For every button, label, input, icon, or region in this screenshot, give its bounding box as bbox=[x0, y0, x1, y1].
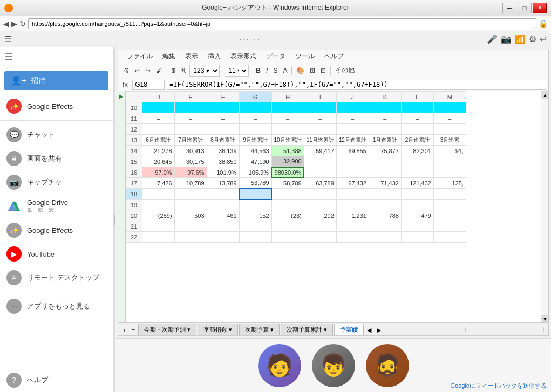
cell-j10[interactable] bbox=[336, 102, 369, 113]
sidebar-item-google-effects-2[interactable]: ✨ Google Effects bbox=[0, 218, 113, 242]
cell-l10[interactable] bbox=[401, 102, 433, 113]
italic-btn[interactable]: I bbox=[264, 65, 270, 77]
cell-m14[interactable]: 91, bbox=[433, 146, 466, 156]
mic-icon[interactable]: 🎤 bbox=[487, 34, 498, 44]
cell-i19[interactable] bbox=[304, 200, 336, 210]
cell-d14[interactable]: 21,278 bbox=[142, 146, 174, 156]
font-size-select[interactable]: 11 ▾ bbox=[225, 65, 249, 77]
cell-i17[interactable]: 63,789 bbox=[304, 178, 336, 189]
cell-k16[interactable] bbox=[369, 167, 401, 178]
cell-f17[interactable]: 13,789 bbox=[207, 178, 239, 189]
cell-k15[interactable] bbox=[369, 156, 401, 167]
percent-btn[interactable]: % bbox=[179, 65, 189, 77]
border-btn[interactable]: ⊞ bbox=[308, 65, 317, 77]
cell-h18[interactable] bbox=[271, 189, 304, 200]
sidebar-item-youtube[interactable]: ▶ YouTube bbox=[0, 242, 113, 266]
formula-input[interactable] bbox=[167, 80, 546, 90]
merge-btn[interactable]: ⊟ bbox=[318, 65, 328, 77]
forward-icon[interactable]: ▶ bbox=[11, 19, 17, 28]
cell-f22[interactable]: – bbox=[207, 232, 239, 243]
cell-d15[interactable]: 20,645 bbox=[142, 156, 174, 167]
menu-insert[interactable]: 挿入 bbox=[203, 51, 225, 62]
minimize-button[interactable]: ─ bbox=[502, 3, 516, 13]
cell-l19[interactable] bbox=[401, 200, 433, 210]
cell-i11[interactable]: – bbox=[304, 113, 336, 124]
cell-k13[interactable]: 1月迄累計 bbox=[369, 135, 401, 146]
sidebar-item-google-effects-1[interactable]: ✨ Google Effects bbox=[0, 94, 113, 118]
cell-g14[interactable]: 44,563 bbox=[239, 146, 271, 156]
cell-d19[interactable] bbox=[142, 200, 174, 210]
scroll-up-btn[interactable]: ▲ bbox=[541, 91, 548, 99]
cell-h20[interactable]: (23) bbox=[271, 210, 304, 221]
cell-k12[interactable] bbox=[369, 124, 401, 135]
cell-j16[interactable] bbox=[336, 167, 369, 178]
redo-btn[interactable]: ↪ bbox=[143, 65, 153, 77]
cell-e10[interactable] bbox=[174, 102, 207, 113]
menu-file[interactable]: ファイル bbox=[123, 51, 157, 62]
cell-j18[interactable] bbox=[336, 189, 369, 200]
cell-m20[interactable] bbox=[433, 210, 466, 221]
menu-help[interactable]: ヘルプ bbox=[320, 51, 348, 62]
cell-d11[interactable]: – bbox=[142, 113, 174, 124]
camera-icon[interactable]: 📷 bbox=[501, 34, 512, 44]
address-input[interactable] bbox=[28, 18, 536, 29]
cell-e16[interactable]: 97.6% bbox=[174, 167, 207, 178]
sidebar-item-more-apps[interactable]: ··· アプリをもっと見る bbox=[0, 294, 113, 318]
invite-button[interactable]: 👤+ 招待 bbox=[4, 71, 108, 90]
cell-reference[interactable] bbox=[132, 80, 165, 90]
cell-j15[interactable] bbox=[336, 156, 369, 167]
tab-actual[interactable]: 予実績 bbox=[334, 324, 364, 335]
cell-f18[interactable] bbox=[207, 189, 239, 200]
menu-tools[interactable]: ツール bbox=[291, 51, 319, 62]
cell-g11[interactable]: – bbox=[239, 113, 271, 124]
cell-h19[interactable] bbox=[271, 200, 304, 210]
cell-m17[interactable]: 125, bbox=[433, 178, 466, 189]
cell-e20[interactable]: 503 bbox=[174, 210, 207, 221]
avatar-1[interactable]: 🧑 bbox=[258, 344, 301, 387]
tab-seasonal-index[interactable]: 季節指数 ▾ bbox=[198, 324, 238, 335]
cell-g10[interactable] bbox=[239, 102, 271, 113]
cell-f13[interactable]: 8月迄累計 bbox=[207, 135, 239, 146]
cell-k17[interactable]: 71,432 bbox=[369, 178, 401, 189]
cell-e18[interactable] bbox=[174, 189, 207, 200]
menu-format[interactable]: 表示形式 bbox=[226, 51, 261, 62]
cell-g21[interactable] bbox=[239, 221, 271, 232]
tab-current-forecast[interactable]: 今期・次期予測 ▾ bbox=[138, 324, 196, 335]
cell-g12[interactable] bbox=[239, 124, 271, 135]
cell-g18[interactable] bbox=[239, 189, 271, 200]
cell-k22[interactable]: – bbox=[369, 232, 401, 243]
text-color-btn[interactable]: A bbox=[281, 65, 289, 77]
print-btn[interactable]: 🖨 bbox=[120, 65, 131, 77]
strikethrough-btn[interactable]: S bbox=[271, 65, 280, 77]
cell-g20[interactable]: 152 bbox=[239, 210, 271, 221]
cell-l14[interactable]: 82,301 bbox=[401, 146, 433, 156]
avatar-3[interactable]: 🧔 bbox=[366, 344, 409, 387]
cell-j11[interactable]: – bbox=[336, 113, 369, 124]
history-icon[interactable]: ↩ bbox=[540, 34, 547, 44]
cell-j12[interactable] bbox=[336, 124, 369, 135]
ss-grid[interactable]: D E F G H I J K L M bbox=[126, 91, 541, 322]
settings-icon[interactable]: ⚙ bbox=[529, 34, 536, 44]
cell-i12[interactable] bbox=[304, 124, 336, 135]
scroll-down-btn[interactable]: ▼ bbox=[541, 315, 548, 322]
cell-l16[interactable] bbox=[401, 167, 433, 178]
cell-f19[interactable] bbox=[207, 200, 239, 210]
format-select[interactable]: 123 ▾ bbox=[189, 65, 220, 77]
hamburger-icon[interactable]: ☰ bbox=[4, 51, 13, 63]
cell-h21[interactable] bbox=[271, 221, 304, 232]
cell-i10[interactable] bbox=[304, 102, 336, 113]
cell-h10[interactable] bbox=[271, 102, 304, 113]
back-icon[interactable]: ◀ bbox=[3, 19, 9, 28]
cell-g19[interactable] bbox=[239, 200, 271, 210]
cell-l22[interactable]: – bbox=[401, 232, 433, 243]
cell-j20[interactable]: 1,231 bbox=[336, 210, 369, 221]
cell-m10[interactable] bbox=[433, 102, 466, 113]
cell-h12[interactable] bbox=[271, 124, 304, 135]
cell-d21[interactable] bbox=[142, 221, 174, 232]
cell-g17[interactable]: 53,789 bbox=[239, 178, 271, 189]
cell-d17[interactable]: 7,426 bbox=[142, 178, 174, 189]
tab-menu[interactable]: ≡ bbox=[129, 326, 137, 335]
cell-l18[interactable] bbox=[401, 189, 433, 200]
cell-i22[interactable]: – bbox=[304, 232, 336, 243]
cell-l11[interactable]: – bbox=[401, 113, 433, 124]
